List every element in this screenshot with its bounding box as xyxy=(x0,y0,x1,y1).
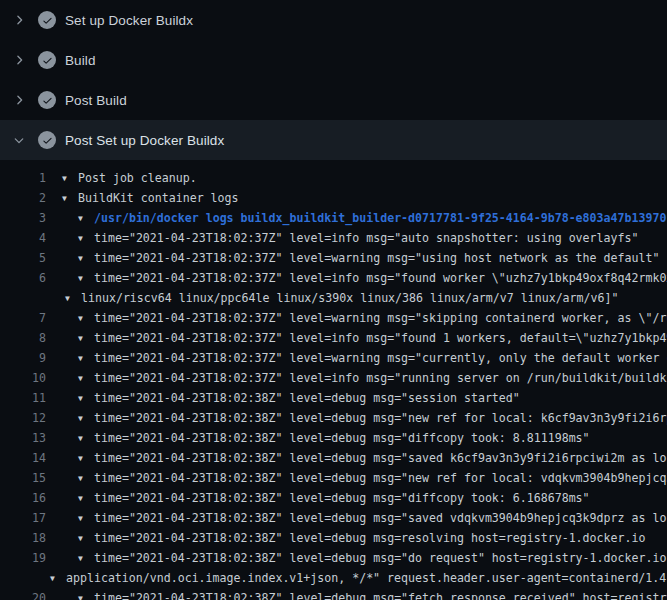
group-triangle-icon[interactable]: ▼ xyxy=(78,314,94,323)
log-line-text: ▼application/vnd.oci.image.index.v1+json… xyxy=(46,571,667,585)
group-triangle-icon[interactable]: ▼ xyxy=(78,214,94,223)
group-triangle-icon[interactable]: ▼ xyxy=(78,554,94,563)
group-triangle-icon[interactable]: ▼ xyxy=(78,394,94,403)
log-line-text: ▼/usr/bin/docker logs buildx_buildkit_bu… xyxy=(46,211,666,225)
group-triangle-icon[interactable]: ▼ xyxy=(78,454,94,463)
step-label: Post Build xyxy=(65,93,127,108)
log-line-number[interactable]: 20 xyxy=(0,591,46,600)
group-triangle-icon[interactable]: ▼ xyxy=(78,594,94,600)
log-line-content: time="2021-04-23T18:02:37Z" level=info m… xyxy=(94,231,638,245)
log-line-content: time="2021-04-23T18:02:37Z" level=warnin… xyxy=(94,311,667,325)
group-triangle-icon[interactable]: ▼ xyxy=(78,254,94,263)
check-circle-icon xyxy=(38,11,56,29)
group-triangle-icon[interactable]: ▼ xyxy=(78,374,94,383)
log-line: 3 ▼/usr/bin/docker logs buildx_buildkit_… xyxy=(0,208,667,228)
log-line: 8 ▼time="2021-04-23T18:02:37Z" level=inf… xyxy=(0,328,667,348)
log-line: 18 ▼time="2021-04-23T18:02:38Z" level=de… xyxy=(0,528,667,548)
log-line-text: ▼time="2021-04-23T18:02:38Z" level=debug… xyxy=(46,551,667,565)
log-line-number[interactable]: 1 xyxy=(0,171,46,185)
log-line-number[interactable]: 3 xyxy=(0,211,46,225)
group-triangle-icon[interactable]: ▼ xyxy=(78,234,94,243)
group-triangle-icon[interactable]: ▼ xyxy=(78,434,94,443)
log-line-number[interactable]: 16 xyxy=(0,491,46,505)
log-line-text: ▼time="2021-04-23T18:02:37Z" level=info … xyxy=(46,371,667,385)
log-line-number[interactable]: 13 xyxy=(0,431,46,445)
log-line-content: time="2021-04-23T18:02:38Z" level=debug … xyxy=(94,451,667,465)
group-triangle-icon[interactable]: ▼ xyxy=(78,414,94,423)
log-line-content: time="2021-04-23T18:02:37Z" level=info m… xyxy=(94,271,667,285)
log-line-content: Post job cleanup. xyxy=(78,171,197,185)
log-line-number[interactable]: 6 xyxy=(0,271,46,285)
group-triangle-icon[interactable]: ▼ xyxy=(78,334,94,343)
log-line: 9 ▼time="2021-04-23T18:02:37Z" level=war… xyxy=(0,348,667,368)
group-triangle-icon[interactable]: ▼ xyxy=(50,574,66,583)
log-line-number[interactable]: 14 xyxy=(0,451,46,465)
log-line-content: linux/riscv64 linux/ppc64le linux/s390x … xyxy=(81,291,618,305)
log-line-content: time="2021-04-23T18:02:38Z" level=debug … xyxy=(94,391,520,405)
log-line-content: time="2021-04-23T18:02:38Z" level=debug … xyxy=(94,591,667,600)
check-circle-icon xyxy=(38,91,56,109)
chevron-icon[interactable] xyxy=(12,133,26,147)
log-line-text: ▼time="2021-04-23T18:02:37Z" level=info … xyxy=(46,231,638,245)
log-line: 4 ▼time="2021-04-23T18:02:37Z" level=inf… xyxy=(0,228,667,248)
log-line-content: time="2021-04-23T18:02:37Z" level=info m… xyxy=(94,331,667,345)
log-line-number[interactable]: 15 xyxy=(0,471,46,485)
log-line-text: ▼Post job cleanup. xyxy=(46,171,197,185)
log-line-number[interactable]: 11 xyxy=(0,391,46,405)
group-triangle-icon[interactable]: ▼ xyxy=(78,534,94,543)
log-line: 19 ▼time="2021-04-23T18:02:38Z" level=de… xyxy=(0,548,667,568)
log-line-text: ▼time="2021-04-23T18:02:38Z" level=debug… xyxy=(46,511,667,525)
log-line-text[interactable]: ▼BuildKit container logs xyxy=(46,191,239,205)
log-line-content: time="2021-04-23T18:02:37Z" level=info m… xyxy=(94,371,667,385)
log-line: 14 ▼time="2021-04-23T18:02:38Z" level=de… xyxy=(0,448,667,468)
log-line-content: /usr/bin/docker logs buildx_buildkit_bui… xyxy=(94,211,666,225)
chevron-icon[interactable] xyxy=(12,53,26,67)
group-triangle-icon[interactable]: ▼ xyxy=(78,514,94,523)
log-line: 20 ▼time="2021-04-23T18:02:38Z" level=de… xyxy=(0,588,667,600)
log-line-number[interactable]: 9 xyxy=(0,351,46,365)
log-line-number[interactable]: 5 xyxy=(0,251,46,265)
log-line-text: ▼linux/riscv64 linux/ppc64le linux/s390x… xyxy=(46,291,618,305)
log-line-text: ▼time="2021-04-23T18:02:37Z" level=info … xyxy=(46,331,667,345)
log-line-content: time="2021-04-23T18:02:37Z" level=warnin… xyxy=(94,251,659,265)
step-label: Post Set up Docker Buildx xyxy=(65,133,224,148)
log-line-number[interactable]: 10 xyxy=(0,371,46,385)
group-triangle-icon[interactable]: ▼ xyxy=(78,354,94,363)
log-line: 16 ▼time="2021-04-23T18:02:38Z" level=de… xyxy=(0,488,667,508)
log-line: 15 ▼time="2021-04-23T18:02:38Z" level=de… xyxy=(0,468,667,488)
step-header[interactable]: Set up Docker Buildx xyxy=(0,0,667,40)
step-header[interactable]: Build xyxy=(0,40,667,80)
chevron-icon[interactable] xyxy=(12,93,26,107)
step-label: Set up Docker Buildx xyxy=(65,13,193,28)
log-line: 2 ▼BuildKit container logs xyxy=(0,188,667,208)
log-line-number[interactable]: 19 xyxy=(0,551,46,565)
log-line-number[interactable]: 18 xyxy=(0,531,46,545)
log-line-text: ▼time="2021-04-23T18:02:38Z" level=debug… xyxy=(46,491,590,505)
log-line-number[interactable]: 4 xyxy=(0,231,46,245)
chevron-icon[interactable] xyxy=(12,13,26,27)
log-line: ▼application/vnd.oci.image.index.v1+json… xyxy=(0,568,667,588)
group-triangle-icon[interactable]: ▼ xyxy=(78,494,94,503)
steps-list: Set up Docker Buildx Build Post Build Po… xyxy=(0,0,667,160)
log-line-text: ▼time="2021-04-23T18:02:38Z" level=debug… xyxy=(46,411,667,425)
log-line: 17 ▼time="2021-04-23T18:02:38Z" level=de… xyxy=(0,508,667,528)
group-triangle-icon[interactable]: ▼ xyxy=(62,194,78,203)
log-viewer: 1 ▼Post job cleanup. 2 ▼BuildKit contain… xyxy=(0,160,667,600)
log-line: 13 ▼time="2021-04-23T18:02:38Z" level=de… xyxy=(0,428,667,448)
log-line-number[interactable]: 17 xyxy=(0,511,46,525)
group-triangle-icon[interactable]: ▼ xyxy=(78,274,94,283)
log-line-number[interactable]: 8 xyxy=(0,331,46,345)
log-line: 12 ▼time="2021-04-23T18:02:38Z" level=de… xyxy=(0,408,667,428)
step-header[interactable]: Post Set up Docker Buildx xyxy=(0,120,667,160)
log-line-text: ▼time="2021-04-23T18:02:37Z" level=warni… xyxy=(46,351,667,365)
log-line-number[interactable]: 12 xyxy=(0,411,46,425)
step-header[interactable]: Post Build xyxy=(0,80,667,120)
log-line-number[interactable]: 7 xyxy=(0,311,46,325)
log-line-content: time="2021-04-23T18:02:38Z" level=debug … xyxy=(94,471,667,485)
group-triangle-icon[interactable]: ▼ xyxy=(62,174,78,183)
log-line: 1 ▼Post job cleanup. xyxy=(0,168,667,188)
log-line-number[interactable]: 2 xyxy=(0,191,46,205)
group-triangle-icon[interactable]: ▼ xyxy=(65,294,81,303)
log-line-text: ▼time="2021-04-23T18:02:37Z" level=warni… xyxy=(46,251,659,265)
group-triangle-icon[interactable]: ▼ xyxy=(78,474,94,483)
